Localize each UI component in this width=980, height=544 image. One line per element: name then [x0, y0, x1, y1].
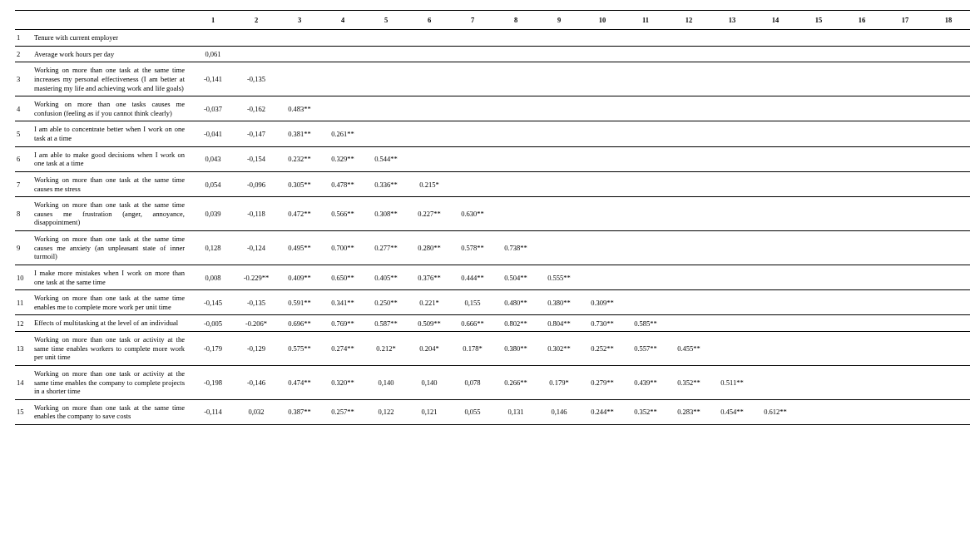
col-header: 4: [321, 11, 364, 30]
col-header: 1: [191, 11, 235, 30]
correlation-cell: [278, 62, 321, 96]
correlation-cell: [364, 46, 408, 62]
correlation-cell: 0.650**: [321, 265, 364, 289]
correlation-cell: 0.309**: [581, 290, 624, 315]
correlation-cell: [883, 231, 927, 265]
col-header: 3: [278, 11, 321, 30]
correlation-cell: [883, 46, 927, 62]
correlation-cell: [667, 62, 710, 96]
correlation-cell: [797, 231, 840, 265]
correlation-cell: -0,041: [191, 121, 235, 146]
table-row: 3Working on more than one task at the sa…: [15, 62, 970, 96]
correlation-cell: [537, 171, 581, 196]
correlation-cell: 0.802**: [494, 315, 537, 332]
correlation-cell: [883, 197, 927, 231]
correlation-cell: [927, 62, 970, 96]
col-header: 13: [710, 11, 754, 30]
correlation-cell: [537, 121, 581, 146]
correlation-cell: [927, 290, 970, 315]
correlation-cell: [840, 365, 883, 399]
correlation-cell: [581, 171, 624, 196]
correlation-cell: [840, 265, 883, 289]
correlation-table: 1 2 3 4 5 6 7 8 9 10 11 12 13 14 15 16 1…: [15, 10, 970, 425]
correlation-cell: 0,032: [235, 399, 278, 424]
correlation-cell: 0.483**: [278, 96, 321, 121]
correlation-cell: -0,005: [191, 315, 235, 332]
correlation-cell: [754, 332, 797, 366]
correlation-cell: 0.474**: [278, 365, 321, 399]
correlation-cell: 0.555**: [537, 265, 581, 289]
correlation-cell: [667, 315, 710, 332]
correlation-cell: 0.204*: [408, 332, 451, 366]
correlation-cell: -0,135: [235, 290, 278, 315]
correlation-cell: [840, 96, 883, 121]
correlation-cell: [537, 62, 581, 96]
correlation-cell: [321, 46, 364, 62]
correlation-cell: 0.730**: [581, 315, 624, 332]
correlation-cell: -0,135: [235, 62, 278, 96]
table-row: 13Working on more than one task or activ…: [15, 332, 970, 366]
row-label: Working on more than one task at the sam…: [32, 197, 191, 231]
correlation-cell: [667, 197, 710, 231]
correlation-cell: [840, 121, 883, 146]
correlation-cell: [408, 121, 451, 146]
row-number: 15: [15, 399, 32, 424]
correlation-cell: -0,154: [235, 146, 278, 171]
row-label: Working on more than one task or activit…: [32, 365, 191, 399]
table-row: 14Working on more than one task or activ…: [15, 365, 970, 399]
correlation-cell: [710, 315, 754, 332]
correlation-cell: 0.244**: [581, 399, 624, 424]
correlation-cell: [797, 365, 840, 399]
correlation-cell: [624, 171, 667, 196]
correlation-cell: 0.509**: [408, 315, 451, 332]
row-label: Tenure with current employer: [32, 30, 191, 47]
correlation-cell: 0.557**: [624, 332, 667, 366]
correlation-cell: [927, 399, 970, 424]
correlation-cell: [797, 290, 840, 315]
correlation-cell: [624, 96, 667, 121]
correlation-cell: 0.495**: [278, 231, 321, 265]
row-label: I am able to make good decisions when I …: [32, 146, 191, 171]
correlation-cell: [840, 290, 883, 315]
correlation-cell: [581, 30, 624, 47]
correlation-cell: -0,198: [191, 365, 235, 399]
correlation-cell: [581, 146, 624, 171]
correlation-cell: 0.591**: [278, 290, 321, 315]
correlation-cell: [581, 96, 624, 121]
row-label: Average work hours per day: [32, 46, 191, 62]
correlation-cell: [710, 146, 754, 171]
correlation-cell: [408, 62, 451, 96]
correlation-cell: [321, 30, 364, 47]
correlation-cell: [883, 30, 927, 47]
col-header: 16: [840, 11, 883, 30]
correlation-cell: 0.266**: [494, 365, 537, 399]
correlation-cell: 0.738**: [494, 231, 537, 265]
correlation-cell: [667, 171, 710, 196]
row-number: 1: [15, 30, 32, 47]
col-header: 8: [494, 11, 537, 30]
correlation-cell: [537, 46, 581, 62]
correlation-cell: [408, 30, 451, 47]
correlation-cell: [883, 315, 927, 332]
correlation-cell: [278, 30, 321, 47]
correlation-cell: [624, 30, 667, 47]
row-number: 4: [15, 96, 32, 121]
correlation-cell: [581, 46, 624, 62]
correlation-cell: 0.480**: [494, 290, 537, 315]
correlation-cell: [883, 332, 927, 366]
correlation-cell: 0,140: [408, 365, 451, 399]
correlation-cell: -0,141: [191, 62, 235, 96]
correlation-cell: 0.215*: [408, 171, 451, 196]
correlation-cell: [754, 315, 797, 332]
correlation-cell: [927, 46, 970, 62]
correlation-cell: 0.696**: [278, 315, 321, 332]
correlation-cell: 0.283**: [667, 399, 710, 424]
correlation-cell: 0.380**: [537, 290, 581, 315]
correlation-cell: [754, 265, 797, 289]
table-header-row: 1 2 3 4 5 6 7 8 9 10 11 12 13 14 15 16 1…: [15, 11, 970, 30]
correlation-cell: 0,128: [191, 231, 235, 265]
correlation-cell: 0.544**: [364, 146, 408, 171]
correlation-cell: [624, 197, 667, 231]
correlation-cell: [451, 171, 494, 196]
correlation-cell: [883, 146, 927, 171]
